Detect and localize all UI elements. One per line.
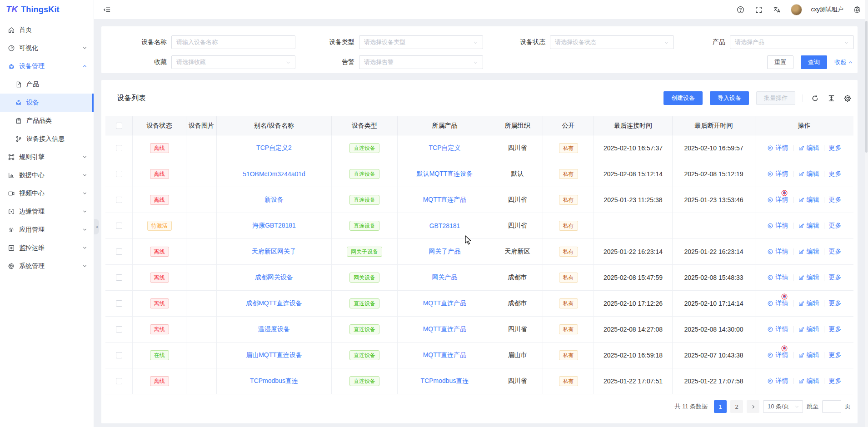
filter-select-alarm[interactable]: 请选择告警 [359,55,483,69]
sidebar-item-device-management[interactable]: 设备管理 [0,57,94,75]
row-checkbox[interactable] [116,326,122,333]
product-link[interactable]: MQTT直连产品 [423,325,467,333]
row-checkbox[interactable] [116,171,122,177]
device-name-link[interactable]: 51OBMcDm3z44a01d [243,170,305,178]
filter-input-device-name[interactable]: 请输入设备名称 [171,35,295,49]
sidebar-item-product[interactable]: 产品 [0,75,94,94]
refresh-icon[interactable] [810,94,819,103]
menu-fold-icon[interactable] [102,5,111,14]
edit-link[interactable]: 编辑 [793,170,824,178]
help-icon[interactable] [736,5,745,14]
sidebar-item-device-access-info[interactable]: 设备接入信息 [0,130,94,148]
edit-link[interactable]: 编辑 [793,377,824,385]
product-link[interactable]: MQTT直连产品 [423,196,467,204]
page-button-2[interactable]: 2 [730,400,743,413]
row-checkbox[interactable] [116,248,122,255]
sidebar-item-home[interactable]: 首页 [0,21,94,39]
edit-link[interactable]: 编辑 [793,273,824,282]
translate-icon[interactable] [773,5,782,14]
fullscreen-icon[interactable] [754,5,763,14]
sidebar-collapse-handle[interactable]: ◂ [94,219,99,234]
row-height-icon[interactable] [827,94,836,103]
filter-select-product[interactable]: 请选择产品 [730,35,854,49]
edit-link[interactable]: 编辑 [793,144,824,152]
product-link[interactable]: 默认MQTT直连设备 [417,170,473,178]
row-checkbox[interactable] [116,223,122,229]
device-name-link[interactable]: 成都网关设备 [255,273,293,282]
sidebar-item-product-category[interactable]: 产品品类 [0,112,94,130]
device-name-link[interactable]: 成都MQTT直连设备 [246,299,302,308]
topbar-settings-icon[interactable] [853,5,862,14]
device-name-link[interactable]: 眉山MQTT直连设备 [246,351,302,359]
vertical-scrollbar[interactable] [865,0,868,427]
more-link[interactable]: 更多 [824,351,846,359]
more-link[interactable]: 更多 [824,144,846,152]
more-link[interactable]: 更多 [824,377,846,385]
detail-link[interactable]: 详情 [763,170,793,178]
row-checkbox[interactable] [116,378,122,384]
product-link[interactable]: MQTT直连产品 [423,351,467,359]
edit-link[interactable]: 编辑 [793,222,824,230]
detail-link[interactable]: 详情 [763,325,793,333]
import-device-button[interactable]: 导入设备 [710,91,749,105]
row-checkbox[interactable] [116,197,122,203]
device-name-link[interactable]: 新设备 [264,196,284,204]
filter-select-favorite[interactable]: 请选择收藏 [171,55,295,69]
detail-link[interactable]: 详情 [763,248,793,256]
filter-select-device-type[interactable]: 请选择设备类型 [359,35,483,49]
edit-link[interactable]: 编辑 [793,299,824,308]
sidebar-item-monitor-ops[interactable]: 监控运维 [0,239,94,257]
edit-link[interactable]: 编辑 [793,325,824,333]
scrollbar-thumb[interactable] [865,21,868,153]
sidebar-item-rule-engine[interactable]: 规则引擎 [0,148,94,166]
device-name-link[interactable]: TCP自定义2 [256,144,292,152]
detail-link[interactable]: 详情 [763,222,793,230]
device-name-link[interactable]: 天府新区网关子 [252,248,296,256]
jump-page-input[interactable] [822,400,841,413]
page-button-1[interactable]: 1 [714,400,727,413]
detail-link[interactable]: 详情 [763,351,793,359]
device-name-link[interactable]: TCPmodbus直连 [250,377,298,385]
product-link[interactable]: TCP自定义 [429,144,461,152]
more-link[interactable]: 更多 [824,325,846,333]
product-link[interactable]: 网关产品 [432,273,458,282]
search-button[interactable]: 查询 [801,55,827,69]
edit-link[interactable]: 编辑 [793,196,824,204]
sidebar-item-edge-management[interactable]: 边缘管理 [0,203,94,221]
sidebar-item-video-center[interactable]: 视频中心 [0,184,94,203]
page-size-select[interactable]: 10 条/页 [763,400,803,413]
row-checkbox[interactable] [116,352,122,358]
product-link[interactable]: 网关子产品 [429,248,461,256]
detail-link[interactable]: 详情 [763,196,793,204]
product-link[interactable]: GBT28181 [429,222,460,229]
user-avatar[interactable] [791,4,802,15]
reset-button[interactable]: 重置 [767,55,793,69]
collapse-filters-link[interactable]: 收起 [834,58,853,66]
more-link[interactable]: 更多 [824,273,846,282]
create-device-button[interactable]: 创建设备 [663,91,703,105]
more-link[interactable]: 更多 [824,299,846,308]
more-link[interactable]: 更多 [824,170,846,178]
more-link[interactable]: 更多 [824,196,846,204]
tenant-name[interactable]: cxy测试租户 [811,5,844,14]
more-link[interactable]: 更多 [824,248,846,256]
sidebar-item-data-center[interactable]: 数据中心 [0,166,94,184]
column-settings-icon[interactable] [843,94,852,103]
product-link[interactable]: MQTT直连产品 [423,299,467,308]
more-link[interactable]: 更多 [824,222,846,230]
detail-link[interactable]: 详情 [763,377,793,385]
sidebar-item-device[interactable]: 设备 [0,94,94,112]
row-checkbox[interactable] [116,274,122,281]
sidebar-item-system-management[interactable]: 系统管理 [0,257,94,275]
product-link[interactable]: TCPmodbus直连 [421,377,469,385]
sidebar-item-app-management[interactable]: 应用管理 [0,221,94,239]
device-name-link[interactable]: 海康GBT28181 [252,222,296,230]
select-all-checkbox[interactable] [116,123,122,129]
edit-link[interactable]: 编辑 [793,248,824,256]
next-page-button[interactable] [747,400,759,413]
device-name-link[interactable]: 温湿度设备 [258,325,290,333]
sidebar-item-visualization[interactable]: 可视化 [0,39,94,57]
detail-link[interactable]: 详情 [763,299,793,308]
filter-select-device-status[interactable]: 请选择设备状态 [550,35,674,49]
row-checkbox[interactable] [116,145,122,151]
